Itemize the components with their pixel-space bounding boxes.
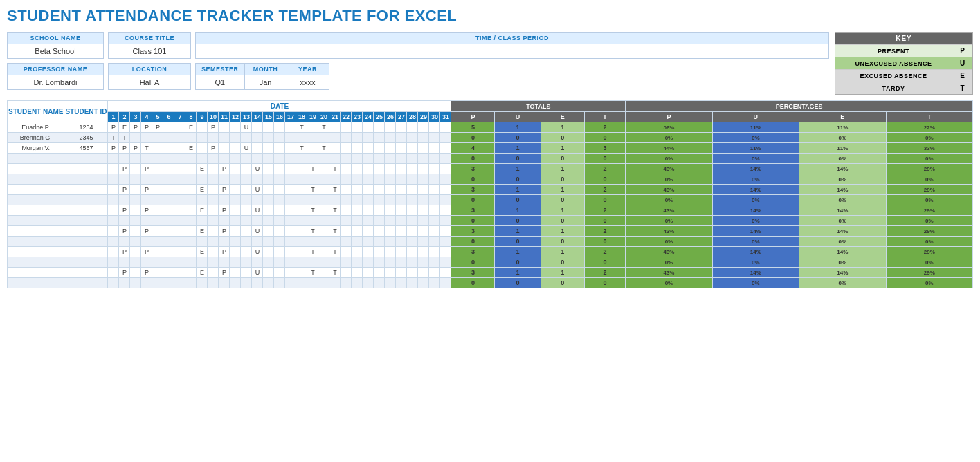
date-cell-7 <box>185 195 197 205</box>
date-cell-25 <box>385 122 396 133</box>
month-value: Jan <box>245 75 287 89</box>
student-id-cell: 2345 <box>64 133 108 143</box>
date-cell-22 <box>352 247 363 257</box>
date-cell-17 <box>296 268 307 278</box>
date-cell-14 <box>263 164 274 174</box>
date-cell-10 <box>219 133 230 143</box>
date-cell-25 <box>385 185 396 195</box>
date-cell-20: T <box>329 185 341 195</box>
pct-cell-3: 0% <box>886 216 973 226</box>
total-cell-3: 0 <box>584 133 625 143</box>
pct-cell-0: 43% <box>626 247 712 257</box>
date-num-15: 15 <box>263 112 274 122</box>
student-id-cell <box>64 154 108 164</box>
date-cell-28 <box>418 195 429 205</box>
date-cell-13: U <box>252 185 263 195</box>
total-cell-1: 1 <box>495 247 541 257</box>
key-tardy-val: T <box>952 82 972 94</box>
date-cell-7 <box>185 133 197 143</box>
date-cell-29 <box>429 205 440 216</box>
date-cell-19 <box>318 154 329 164</box>
date-cell-8: E <box>197 268 208 278</box>
totals-P: P <box>451 112 495 122</box>
date-cell-23 <box>363 247 374 257</box>
pct-cell-2: 11% <box>799 122 886 133</box>
date-cell-7 <box>185 174 197 185</box>
student-id-cell: 4567 <box>64 143 108 154</box>
date-cell-20: T <box>329 164 341 174</box>
date-cell-8 <box>197 216 208 226</box>
pct-cell-3: 29% <box>886 268 973 278</box>
date-cell-3: P <box>141 122 152 133</box>
date-num-19: 19 <box>307 112 318 122</box>
date-cell-12 <box>241 195 252 205</box>
date-cell-29 <box>429 174 440 185</box>
date-cell-30 <box>440 164 451 174</box>
pct-cell-3: 0% <box>886 154 973 164</box>
date-cell-27 <box>407 268 418 278</box>
date-cell-30 <box>440 195 451 205</box>
pct-cell-2: 0% <box>799 216 886 226</box>
date-cell-22 <box>352 216 363 226</box>
date-cell-14 <box>263 143 274 154</box>
date-cell-24 <box>374 216 385 226</box>
date-cell-2 <box>130 257 141 268</box>
date-cell-26 <box>396 122 407 133</box>
date-cell-16 <box>285 143 296 154</box>
date-cell-10 <box>219 143 230 154</box>
date-cell-5 <box>163 133 174 143</box>
date-cell-5 <box>163 164 174 174</box>
date-num-16: 16 <box>274 112 285 122</box>
date-cell-25 <box>385 247 396 257</box>
date-cell-4 <box>152 195 163 205</box>
key-excused-label: EXCUSED ABSENCE <box>835 71 952 82</box>
total-cell-3: 0 <box>584 195 625 205</box>
date-cell-20 <box>329 216 341 226</box>
date-cell-15 <box>274 226 285 237</box>
date-cell-24 <box>374 195 385 205</box>
date-num-6: 6 <box>163 112 174 122</box>
date-cell-0 <box>108 257 119 268</box>
pct-cell-0: 0% <box>626 195 712 205</box>
date-cell-24 <box>374 122 385 133</box>
date-cell-27 <box>407 257 418 268</box>
date-cell-29 <box>429 164 440 174</box>
info-rows: SCHOOL NAME Beta School COURSE TITLE Cla… <box>7 32 829 95</box>
date-cell-4 <box>152 247 163 257</box>
date-num-13: 13 <box>241 112 252 122</box>
pct-cell-0: 0% <box>626 237 712 247</box>
date-cell-10 <box>219 122 230 133</box>
date-cell-20 <box>329 122 341 133</box>
date-cell-25 <box>385 216 396 226</box>
pct-cell-1: 0% <box>712 278 799 288</box>
date-cell-17 <box>296 247 307 257</box>
date-cell-8 <box>197 195 208 205</box>
date-cell-16 <box>285 237 296 247</box>
date-cell-1: P <box>119 164 130 174</box>
date-cell-17 <box>296 154 307 164</box>
date-cell-12: U <box>241 143 252 154</box>
date-cell-13 <box>252 216 263 226</box>
total-cell-0: 0 <box>451 237 495 247</box>
date-cell-3 <box>141 174 152 185</box>
date-cell-2: P <box>130 122 141 133</box>
date-cell-22 <box>352 174 363 185</box>
date-cell-22 <box>352 278 363 288</box>
date-cell-5 <box>163 237 174 247</box>
date-cell-6 <box>174 143 185 154</box>
date-cell-9: P <box>208 122 219 133</box>
date-num-21: 21 <box>329 112 341 122</box>
date-cell-27 <box>407 247 418 257</box>
table-row: 00000%0%0%0% <box>8 174 973 185</box>
student-id-cell: 1234 <box>64 122 108 133</box>
date-cell-16 <box>285 247 296 257</box>
total-cell-2: 0 <box>541 195 584 205</box>
date-cell-1: E <box>119 122 130 133</box>
date-cell-10 <box>219 237 230 247</box>
pct-cell-2: 14% <box>799 185 886 195</box>
pct-cell-0: 44% <box>626 143 712 154</box>
total-cell-1: 0 <box>495 257 541 268</box>
date-cell-13: U <box>252 164 263 174</box>
time-label: TIME / CLASS PERIOD <box>196 33 828 44</box>
date-cell-14 <box>263 133 274 143</box>
